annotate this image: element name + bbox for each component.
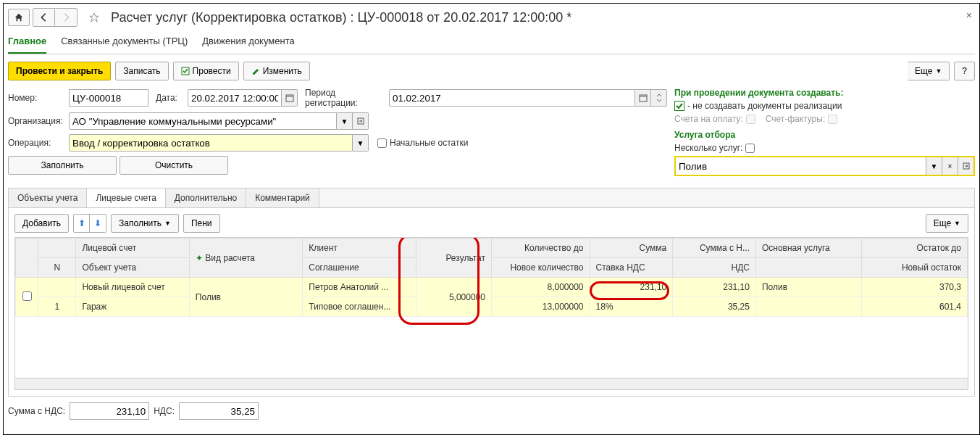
table-row[interactable]: Новый лицевой счет Полив Петров Анатолий… bbox=[16, 278, 968, 297]
sum-vat-label: Сумма с НДС: bbox=[8, 406, 65, 416]
add-row-button[interactable]: Добавить bbox=[14, 214, 69, 233]
table-row[interactable]: 1 Гараж Типовое соглашен... 13,000000 18… bbox=[16, 297, 968, 317]
col-new-balance[interactable]: Новый остаток bbox=[861, 258, 967, 278]
col-main-service[interactable]: Основная услуга bbox=[755, 239, 861, 258]
vat-label: НДС: bbox=[154, 406, 175, 416]
col-new-qty[interactable]: Новое количество bbox=[491, 258, 590, 278]
invoices-f-checkbox bbox=[828, 115, 837, 124]
col-account[interactable]: Лицевой счет bbox=[76, 239, 189, 258]
col-object[interactable]: Объект учета bbox=[76, 258, 189, 278]
org-dropdown-button[interactable]: ▼ bbox=[337, 112, 353, 130]
tab-additional[interactable]: Дополнительно bbox=[166, 188, 246, 207]
back-button[interactable] bbox=[33, 9, 55, 26]
no-realize-label: - не создавать документы реализации bbox=[687, 101, 842, 111]
inner-tabs: Объекты учета Лицевые счета Дополнительн… bbox=[8, 188, 975, 208]
period-label: Период регистрации: bbox=[305, 88, 386, 108]
col-vat-rate[interactable]: Ставка НДС bbox=[590, 258, 673, 278]
sum-vat-value[interactable] bbox=[70, 402, 149, 420]
number-input[interactable] bbox=[69, 89, 148, 107]
more-button[interactable]: Еще ▼ bbox=[908, 62, 950, 80]
org-label: Организация: bbox=[8, 116, 66, 126]
oper-dropdown-button[interactable]: ▼ bbox=[353, 134, 369, 152]
init-balance-checkbox[interactable] bbox=[377, 138, 387, 148]
filter-open-button[interactable] bbox=[958, 157, 973, 175]
horizontal-scrollbar[interactable] bbox=[15, 378, 968, 389]
grid-more-button[interactable]: Еще ▼ bbox=[926, 214, 968, 233]
help-button[interactable]: ? bbox=[954, 62, 975, 80]
period-stepper-button[interactable] bbox=[651, 89, 667, 107]
oper-input[interactable] bbox=[69, 134, 353, 152]
org-open-button[interactable] bbox=[353, 112, 369, 130]
number-label: Номер: bbox=[8, 93, 66, 103]
grid-fill-button[interactable]: Заполнить ▼ bbox=[111, 214, 179, 233]
tab-comment[interactable]: Комментарий bbox=[246, 188, 319, 207]
row-up-button[interactable]: ⬆ bbox=[74, 215, 90, 232]
multi-service-checkbox[interactable] bbox=[745, 144, 755, 153]
close-icon[interactable]: × bbox=[966, 9, 972, 21]
date-input[interactable] bbox=[188, 89, 282, 107]
invoices-f-label: Счет-фактуры: bbox=[766, 114, 826, 124]
fill-button[interactable]: Заполнить bbox=[8, 156, 117, 175]
forward-button[interactable] bbox=[55, 9, 77, 26]
col-sum[interactable]: Сумма bbox=[590, 239, 673, 258]
check-icon bbox=[674, 101, 684, 111]
oper-label: Операция: bbox=[8, 138, 66, 148]
filter-clear-button[interactable]: × bbox=[942, 157, 958, 175]
accounts-grid[interactable]: Лицевой счет ✦ Вид расчета Клиент Резуль… bbox=[15, 238, 968, 317]
period-calendar-button[interactable] bbox=[635, 89, 651, 107]
vat-value[interactable] bbox=[179, 402, 259, 420]
svg-rect-1 bbox=[286, 95, 293, 102]
home-button[interactable] bbox=[8, 9, 30, 26]
main-tabs: Главное Связанные документы (ТРЦ) Движен… bbox=[8, 33, 975, 54]
col-n2[interactable]: N bbox=[38, 258, 76, 278]
penalty-button[interactable]: Пени bbox=[183, 214, 220, 233]
col-empty[interactable] bbox=[755, 258, 861, 278]
tab-main[interactable]: Главное bbox=[8, 33, 46, 54]
post-button[interactable]: Провести bbox=[173, 62, 239, 80]
col-vat[interactable]: НДС bbox=[673, 258, 756, 278]
period-input[interactable] bbox=[389, 89, 635, 107]
top-bar: Расчет услуг (Корректировка остатков) : … bbox=[8, 8, 975, 27]
col-calctype[interactable]: ✦ Вид расчета bbox=[189, 239, 302, 278]
col-check[interactable] bbox=[16, 239, 38, 278]
tab-movements[interactable]: Движения документа bbox=[202, 33, 294, 54]
invoices-checkbox bbox=[746, 115, 755, 124]
date-label: Дата: bbox=[156, 93, 185, 103]
invoices-label: Счета на оплату: bbox=[674, 114, 743, 124]
tab-accounts[interactable]: Лицевые счета bbox=[87, 188, 165, 207]
service-filter-input[interactable] bbox=[676, 157, 926, 175]
filter-dropdown-button[interactable]: ▼ bbox=[926, 157, 942, 175]
main-toolbar: Провести и закрыть Записать Провести Изм… bbox=[8, 62, 975, 80]
favorite-button[interactable] bbox=[83, 9, 105, 26]
service-filter-title: Услуга отбора bbox=[674, 130, 975, 140]
col-client[interactable]: Клиент bbox=[303, 239, 416, 258]
footer: Сумма с НДС: НДС: bbox=[8, 402, 975, 420]
tree-icon: ✦ bbox=[196, 253, 203, 263]
col-n[interactable] bbox=[38, 239, 76, 258]
col-agree[interactable]: Соглашение bbox=[303, 258, 416, 278]
multi-service-label: Несколько услуг: bbox=[674, 143, 742, 153]
col-balance-before[interactable]: Остаток до bbox=[861, 239, 967, 258]
date-picker-button[interactable] bbox=[282, 89, 298, 107]
edit-button[interactable]: Изменить bbox=[243, 62, 310, 80]
post-close-button[interactable]: Провести и закрыть bbox=[8, 62, 111, 80]
row-checkbox[interactable] bbox=[22, 291, 32, 301]
col-qty-before[interactable]: Количество до bbox=[491, 239, 590, 258]
svg-rect-3 bbox=[640, 95, 647, 102]
page-title: Расчет услуг (Корректировка остатков) : … bbox=[111, 10, 571, 25]
org-input[interactable] bbox=[69, 112, 337, 130]
clear-button[interactable]: Очистить bbox=[120, 156, 228, 175]
tab-related[interactable]: Связанные документы (ТРЦ) bbox=[61, 33, 188, 54]
row-down-button[interactable]: ⬇ bbox=[90, 215, 106, 232]
create-docs-title: При проведении документа создавать: bbox=[674, 88, 975, 98]
col-result[interactable]: Результат bbox=[416, 239, 491, 278]
col-sum-vat[interactable]: Сумма с Н... bbox=[673, 239, 756, 258]
init-balance-label: Начальные остатки bbox=[390, 138, 468, 148]
tab-objects[interactable]: Объекты учета bbox=[9, 188, 87, 207]
save-button[interactable]: Записать bbox=[115, 62, 168, 80]
